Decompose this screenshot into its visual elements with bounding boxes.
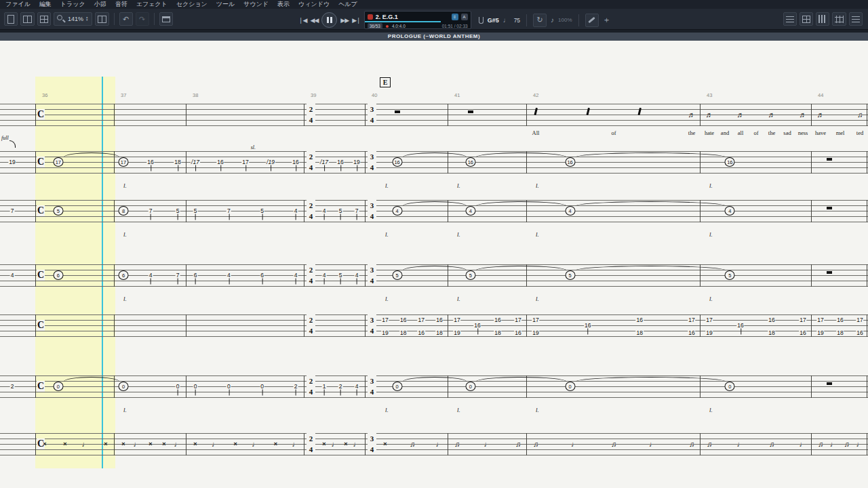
- note[interactable]: ♩: [331, 441, 340, 448]
- note[interactable]: ♩: [799, 441, 808, 448]
- tab-note-circled[interactable]: 4: [392, 206, 402, 216]
- tab-note-circled[interactable]: 5: [725, 270, 735, 280]
- beamed-notes[interactable]: ♫: [844, 441, 850, 448]
- tab-note-pair[interactable]: 1719: [532, 317, 539, 336]
- tab-note[interactable]: 16: [636, 317, 644, 323]
- drum-x-note[interactable]: ×: [321, 441, 326, 448]
- menu-item[interactable]: エフェクト: [136, 0, 167, 9]
- beamed-notes[interactable]: ♬: [768, 111, 776, 119]
- tab-note[interactable]: 5: [193, 207, 198, 215]
- tab-note-circled[interactable]: 4: [465, 206, 475, 216]
- tab-note-pair[interactable]: 1618: [399, 317, 407, 336]
- tab-note-pair[interactable]: 1618: [636, 317, 644, 336]
- zoom-control[interactable]: 141% ▲▼: [54, 12, 92, 26]
- tab-note[interactable]: 16: [688, 329, 695, 336]
- menu-item[interactable]: トラック: [60, 0, 85, 9]
- tab-note[interactable]: 4: [294, 272, 298, 279]
- menu-item[interactable]: ヘルプ: [338, 0, 357, 9]
- tab-note[interactable]: 5: [338, 207, 343, 215]
- tab-note-circled[interactable]: 16: [392, 157, 402, 167]
- track-auto-icon[interactable]: A: [461, 14, 468, 20]
- tab-note-circled[interactable]: 0: [119, 382, 129, 391]
- fretboard-panel-button[interactable]: [800, 12, 813, 26]
- note[interactable]: ♩: [484, 441, 492, 448]
- beamed-notes[interactable]: ♬: [705, 111, 714, 119]
- tab-note[interactable]: 16: [418, 329, 425, 336]
- track-list-icon[interactable]: ≡: [452, 14, 458, 20]
- tab-note[interactable]: 4: [294, 207, 298, 215]
- beamed-notes[interactable]: ♫: [409, 441, 416, 448]
- tab-note[interactable]: 4: [355, 272, 359, 279]
- tab-note-circled[interactable]: 16: [465, 157, 475, 167]
- beamed-notes[interactable]: ♫: [856, 111, 863, 119]
- menu-item[interactable]: 小節: [94, 0, 106, 9]
- tab-note[interactable]: 19: [705, 329, 713, 336]
- drum-x-note[interactable]: ×: [343, 441, 348, 448]
- tab-note-pair[interactable]: 1716: [514, 317, 521, 336]
- fast-forward-button[interactable]: ▶▶: [340, 12, 349, 28]
- tab-note-circled[interactable]: 17: [119, 157, 129, 167]
- tab-note[interactable]: 17: [532, 317, 539, 323]
- drum-x-note[interactable]: ×: [233, 441, 238, 448]
- menu-item[interactable]: サウンド: [243, 0, 269, 9]
- tab-note[interactable]: 17: [418, 317, 425, 323]
- drum-x-note[interactable]: ×: [121, 441, 125, 448]
- margin-tab-note[interactable]: 19: [8, 159, 16, 166]
- tab-note-pair[interactable]: 1618: [435, 317, 443, 336]
- tab-note[interactable]: 16: [336, 159, 344, 166]
- sidebar-menu-button[interactable]: [849, 12, 863, 26]
- note[interactable]: ♩: [292, 441, 300, 448]
- tab-note-pair[interactable]: 1716: [856, 317, 863, 336]
- tab-note-circled[interactable]: 17: [53, 157, 63, 167]
- note[interactable]: ♩: [133, 441, 142, 448]
- go-to-start-button[interactable]: ❘◀: [298, 12, 307, 28]
- drum-x-note[interactable]: ×: [193, 441, 197, 448]
- note[interactable]: ♩: [736, 441, 745, 448]
- tab-note[interactable]: 18: [768, 329, 775, 336]
- note[interactable]: ♩: [353, 441, 361, 448]
- half-rest[interactable]: [827, 271, 832, 274]
- tab-note[interactable]: 19: [353, 159, 360, 166]
- tab-note[interactable]: 16: [216, 159, 224, 166]
- note[interactable]: ♩: [251, 441, 260, 448]
- tab-note[interactable]: 7: [226, 207, 231, 215]
- drum-x-note[interactable]: ×: [42, 441, 47, 448]
- tab-note-pair[interactable]: 1618: [768, 317, 775, 336]
- loop-button[interactable]: ↻: [533, 14, 547, 27]
- rewind-button[interactable]: ◀◀: [310, 12, 318, 28]
- print-button[interactable]: [159, 12, 173, 26]
- drum-x-note[interactable]: ×: [161, 441, 166, 448]
- tab-note[interactable]: 19: [532, 329, 539, 336]
- half-rest[interactable]: [827, 382, 832, 385]
- tab-note[interactable]: 0: [260, 383, 264, 390]
- note[interactable]: ♩: [174, 441, 182, 448]
- tab-note[interactable]: 18: [494, 329, 501, 336]
- tab-note[interactable]: 17: [705, 317, 713, 323]
- tab-note[interactable]: 16: [799, 329, 806, 336]
- tab-note-pair[interactable]: 1719: [705, 317, 713, 336]
- drum-x-note[interactable]: ×: [382, 441, 387, 448]
- tab-note-circled[interactable]: 0: [725, 382, 735, 391]
- tab-note[interactable]: 16: [399, 317, 407, 323]
- tab-note[interactable]: 16: [836, 317, 844, 323]
- tab-note-circled[interactable]: 4: [565, 206, 575, 216]
- drum-x-note[interactable]: ×: [103, 441, 108, 448]
- menu-item[interactable]: 編集: [39, 0, 52, 9]
- tab-note[interactable]: 18: [399, 329, 407, 336]
- tab-note-circled[interactable]: 6: [119, 270, 129, 280]
- tab-note[interactable]: 17: [514, 317, 521, 323]
- menu-item[interactable]: ファイル: [5, 0, 31, 9]
- tab-note-pair[interactable]: 1618: [494, 317, 501, 336]
- tab-note-circled[interactable]: 5: [465, 270, 475, 280]
- tab-note[interactable]: 16: [584, 322, 591, 329]
- go-to-end-button[interactable]: ▶❘: [352, 12, 360, 28]
- note[interactable]: ♩: [856, 441, 865, 448]
- tab-note-circled[interactable]: 6: [53, 270, 63, 280]
- tab-note-circled[interactable]: 0: [565, 382, 575, 391]
- tempo-value[interactable]: 75: [514, 17, 520, 24]
- beamed-notes[interactable]: ♬: [688, 111, 696, 119]
- tab-note[interactable]: 19: [453, 329, 460, 336]
- tab-note-pair[interactable]: 1716: [418, 317, 425, 336]
- margin-tab-note[interactable]: 4: [10, 272, 15, 279]
- tab-note[interactable]: 16: [435, 317, 443, 323]
